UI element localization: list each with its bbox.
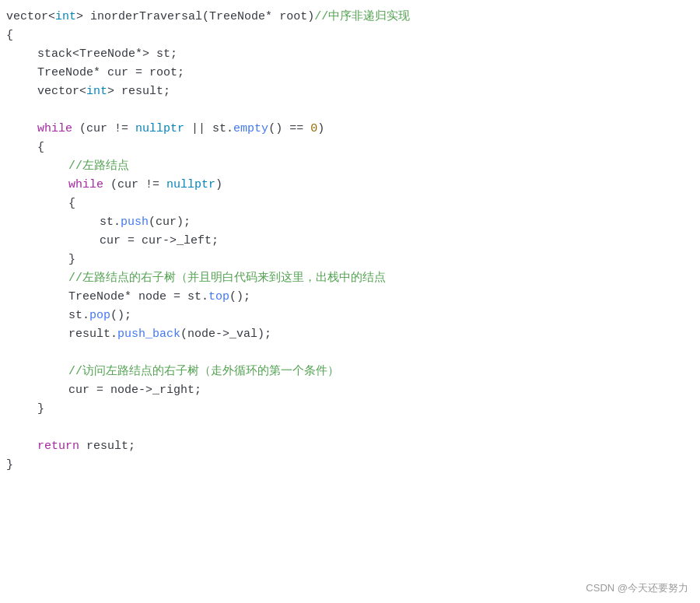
table-row: cur = cur->_left; (0, 232, 700, 251)
table-row: //访问左路结点的右子树（走外循环的第一个条件） (0, 363, 700, 381)
code-token: () (268, 122, 282, 135)
table-row: st.pop(); (0, 307, 700, 325)
code-token: return (37, 440, 79, 453)
code-token: st (212, 122, 226, 135)
code-token: nullptr (128, 122, 191, 135)
code-token: st (100, 216, 114, 229)
line-content: result.push_back(node->_val); (0, 325, 692, 344)
table-row (0, 419, 700, 437)
code-token: top (208, 290, 229, 303)
table-row: st.push(cur); (0, 213, 700, 232)
line-content: //左路结点 (0, 157, 692, 176)
code-token: push_back (117, 328, 180, 341)
code-token: int (55, 10, 76, 23)
code-token: < (72, 47, 79, 61)
code-token: = (135, 66, 142, 79)
code-token: inorderTraversal( (83, 10, 209, 23)
code-token: * (265, 10, 272, 23)
line-content: cur = node->_right; (0, 381, 692, 400)
code-token: result; (79, 440, 135, 453)
code-token: while (37, 122, 72, 135)
code-token: (cur (72, 122, 114, 135)
table-row: } (0, 456, 700, 475)
code-token: _val); (229, 328, 271, 341)
code-token: = (173, 290, 180, 303)
table-row: while (cur != nullptr || st.empty() == 0… (0, 120, 700, 138)
line-content: } (0, 456, 692, 475)
code-token: == (282, 122, 310, 135)
watermark: CSDN @今天还要努力 (586, 580, 688, 597)
code-token: . (201, 290, 208, 303)
code-token: != (114, 122, 128, 135)
line-content: TreeNode* cur = root; (0, 64, 692, 82)
code-block: vector<int> inorderTraversal(TreeNode* r… (0, 8, 700, 475)
code-token: TreeNode (209, 10, 265, 23)
line-content: { (0, 195, 692, 213)
code-token: . (114, 216, 121, 229)
code-token: vector (6, 10, 48, 23)
code-editor: vector<int> inorderTraversal(TreeNode* r… (0, 0, 700, 603)
code-token: vector (37, 85, 79, 98)
code-token: . (110, 328, 117, 341)
code-token: { (6, 29, 13, 42)
table-row: } (0, 400, 700, 419)
table-row: vector<int> inorderTraversal(TreeNode* r… (0, 8, 700, 26)
code-token: root) (272, 10, 314, 23)
code-token: //左路结点的右子树（并且明白代码来到这里，出栈中的结点 (68, 272, 386, 285)
code-token: (node (180, 328, 215, 341)
line-content: } (0, 251, 692, 269)
code-token: TreeNode (68, 290, 124, 303)
code-token: { (68, 197, 75, 210)
line-content: stack<TreeNode*> st; (0, 45, 692, 64)
code-token: -> (138, 384, 152, 397)
code-token: cur (100, 66, 135, 79)
code-token: _left; (177, 234, 219, 247)
table-row: vector<int> result; (0, 82, 700, 101)
line-content: vector<int> inorderTraversal(TreeNode* r… (0, 8, 692, 26)
line-content: //左路结点的右子树（并且明白代码来到这里，出栈中的结点 (0, 269, 692, 288)
table-row: { (0, 26, 700, 45)
table-row: TreeNode* node = st.top(); (0, 288, 700, 307)
table-row: stack<TreeNode*> st; (0, 45, 700, 64)
line-content: TreeNode* node = st.top(); (0, 288, 692, 307)
code-token: //中序非递归实现 (314, 10, 410, 23)
line-content: { (0, 138, 692, 157)
code-token: } (6, 458, 13, 472)
code-token: stack (37, 47, 72, 61)
code-token: { (37, 141, 44, 154)
code-token: . (82, 309, 89, 322)
table-row: //左路结点的右子树（并且明白代码来到这里，出栈中的结点 (0, 269, 700, 288)
line-content: { (0, 26, 692, 45)
code-token: node (131, 290, 173, 303)
code-token: result; (114, 85, 170, 98)
code-token: (); (110, 309, 131, 322)
table-row (0, 344, 700, 363)
table-row: { (0, 195, 700, 213)
code-token: TreeNode (37, 66, 93, 79)
code-token: * (124, 290, 131, 303)
table-row: { (0, 138, 700, 157)
code-token: < (48, 10, 55, 23)
code-token: = (128, 234, 135, 247)
table-row: } (0, 251, 700, 269)
code-token: while (68, 178, 103, 191)
table-row: while (cur != nullptr) (0, 176, 700, 195)
code-token: pop (89, 309, 110, 322)
code-token: cur (100, 234, 128, 247)
code-token: //左路结点 (68, 160, 129, 173)
code-token: TreeNode (79, 47, 135, 61)
table-row: return result; (0, 437, 700, 456)
code-token: -> (215, 328, 229, 341)
code-token: > (76, 10, 83, 23)
line-content: while (cur != nullptr) (0, 176, 692, 195)
code-token: st (180, 290, 201, 303)
code-token: push (121, 216, 149, 229)
code-token: > (107, 85, 114, 98)
code-token: ) (215, 178, 222, 191)
table-row: cur = node->_right; (0, 381, 700, 400)
line-content: vector<int> result; (0, 82, 692, 101)
table-row: TreeNode* cur = root; (0, 64, 700, 82)
code-token: result (68, 328, 110, 341)
code-token: empty (233, 122, 268, 135)
code-token: //访问左路结点的右子树（走外循环的第一个条件） (68, 365, 339, 378)
